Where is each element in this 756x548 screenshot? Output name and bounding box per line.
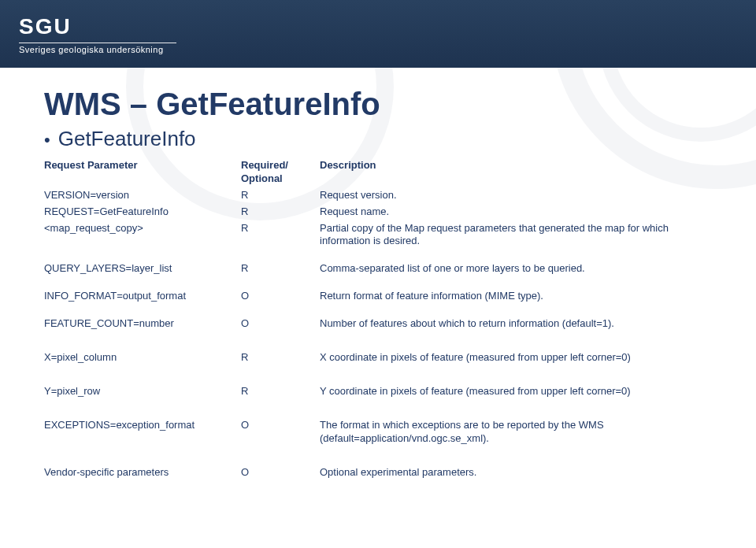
table-row: Y=pixel_row R Y coordinate in pixels of … (44, 383, 712, 400)
cell-req: R (241, 222, 312, 249)
cell-param: EXCEPTIONS=exception_format (44, 419, 233, 446)
subtitle-row: • GetFeatureInfo (44, 127, 712, 151)
table-row: REQUEST=GetFeatureInfo R Request name. (44, 204, 712, 220)
cell-param: Vendor-specific parameters (44, 466, 233, 480)
table-row: VERSION=version R Request version. (44, 187, 712, 204)
table-row: FEATURE_COUNT=number O Number of feature… (44, 316, 712, 332)
cell-param: QUERY_LAYERS=layer_list (44, 262, 233, 276)
cell-req: O (241, 317, 312, 331)
table-header-row: Request Parameter Required/ Optional Des… (44, 157, 712, 187)
cell-param: X=pixel_column (44, 351, 233, 365)
cell-desc: Number of features about which to return… (320, 317, 712, 331)
col-required: Required/ Optional (241, 159, 312, 186)
cell-desc: Y coordinate in pixels of feature (measu… (320, 385, 712, 398)
cell-req: O (241, 290, 312, 303)
bullet-icon: • (44, 131, 50, 149)
subtitle: GetFeatureInfo (58, 127, 196, 151)
cell-desc: Return format of feature information (MI… (320, 290, 712, 303)
cell-param: VERSION=version (44, 189, 233, 202)
cell-req: O (241, 466, 312, 480)
col-description: Description (320, 159, 712, 186)
cell-req: R (241, 206, 312, 219)
cell-req: R (241, 262, 312, 276)
cell-param: REQUEST=GetFeatureInfo (44, 206, 233, 219)
slide-content: WMS – GetFeatureInfo • GetFeatureInfo Re… (0, 68, 756, 496)
params-table: Request Parameter Required/ Optional Des… (44, 157, 712, 480)
cell-param: FEATURE_COUNT=number (44, 317, 233, 331)
cell-desc: Comma-separated list of one or more laye… (320, 262, 712, 276)
cell-param: <map_request_copy> (44, 222, 233, 249)
cell-desc: Partial copy of the Map request paramete… (320, 222, 712, 249)
table-row: INFO_FORMAT=output_format O Return forma… (44, 288, 712, 305)
cell-desc: The format in which exceptions are to be… (320, 419, 712, 446)
header-bar: SGU Sveriges geologiska undersökning (0, 0, 756, 68)
cell-desc: Request version. (320, 189, 712, 202)
col-param: Request Parameter (44, 159, 233, 186)
table-row: <map_request_copy> R Partial copy of the… (44, 220, 712, 250)
slide-title: WMS – GetFeatureInfo (44, 87, 712, 122)
cell-desc: Optional experimental parameters. (320, 466, 712, 480)
cell-req: R (241, 385, 312, 398)
table-row: EXCEPTIONS=exception_format O The format… (44, 417, 712, 447)
logo-text: SGU (19, 14, 176, 39)
logo-divider (19, 43, 176, 43)
cell-param: INFO_FORMAT=output_format (44, 290, 233, 303)
logo-subtitle: Sveriges geologiska undersökning (19, 45, 176, 54)
cell-desc: Request name. (320, 206, 712, 219)
cell-desc: X coordinate in pixels of feature (measu… (320, 351, 712, 365)
table-row: X=pixel_column R X coordinate in pixels … (44, 350, 712, 366)
cell-req: R (241, 351, 312, 365)
table-row: Vendor-specific parameters O Optional ex… (44, 465, 712, 481)
logo: SGU Sveriges geologiska undersökning (19, 14, 176, 54)
cell-req: O (241, 419, 312, 446)
cell-param: Y=pixel_row (44, 385, 233, 398)
cell-req: R (241, 189, 312, 202)
table-row: QUERY_LAYERS=layer_list R Comma-separate… (44, 261, 712, 277)
